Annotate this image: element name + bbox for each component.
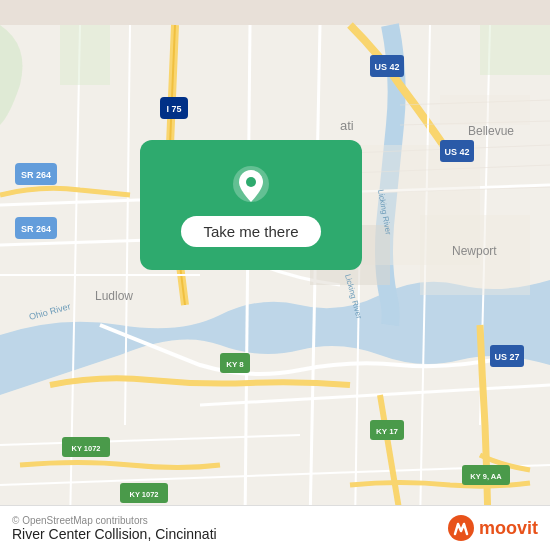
svg-text:SR 264: SR 264 (21, 170, 51, 180)
svg-text:US 27: US 27 (494, 352, 519, 362)
location-name: River Center Collision, Cincinnati (12, 526, 217, 542)
moovit-brand-text: moovit (479, 518, 538, 539)
svg-text:KY 1072: KY 1072 (71, 444, 100, 453)
take-me-there-button[interactable]: Take me there (181, 216, 320, 247)
svg-text:KY 17: KY 17 (376, 427, 399, 436)
svg-rect-21 (440, 95, 530, 125)
map-container: SR 264 SR 264 I 75 US 42 US 42 KY 8 KY 1… (0, 0, 550, 550)
svg-text:SR 264: SR 264 (21, 224, 51, 234)
map-attribution: © OpenStreetMap contributors (12, 515, 217, 526)
svg-text:US 42: US 42 (444, 147, 469, 157)
svg-text:ati: ati (340, 118, 354, 133)
moovit-brand-icon (447, 514, 475, 542)
map-pin-icon (229, 164, 273, 208)
svg-text:Newport: Newport (452, 244, 497, 258)
location-text-block: © OpenStreetMap contributors River Cente… (12, 515, 217, 542)
svg-text:KY 1072: KY 1072 (129, 490, 158, 499)
svg-text:Ludlow: Ludlow (95, 289, 133, 303)
svg-rect-24 (480, 25, 550, 75)
svg-point-55 (246, 177, 256, 187)
svg-text:Bellevue: Bellevue (468, 124, 514, 138)
svg-text:US 42: US 42 (374, 62, 399, 72)
moovit-logo: moovit (447, 514, 538, 542)
svg-text:KY 8: KY 8 (226, 360, 244, 369)
location-panel: Take me there (140, 140, 362, 270)
svg-rect-23 (60, 25, 110, 85)
svg-text:I 75: I 75 (166, 104, 181, 114)
map-background: SR 264 SR 264 I 75 US 42 US 42 KY 8 KY 1… (0, 0, 550, 550)
bottom-bar: © OpenStreetMap contributors River Cente… (0, 505, 550, 550)
svg-text:KY 9, AA: KY 9, AA (470, 472, 502, 481)
